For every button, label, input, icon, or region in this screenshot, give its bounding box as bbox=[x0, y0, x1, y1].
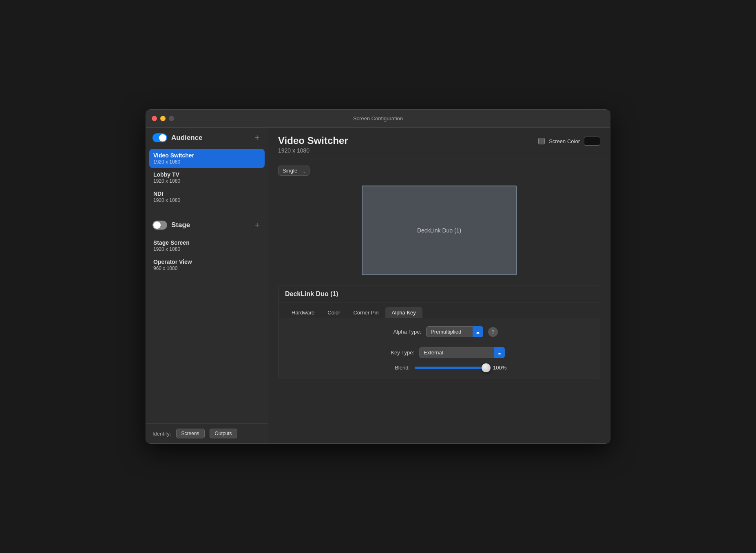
stage-header: Stage + bbox=[153, 221, 261, 230]
blend-slider[interactable] bbox=[415, 367, 488, 369]
sidebar-item-res: 1920 x 1080 bbox=[153, 197, 261, 203]
outputs-button[interactable]: Outputs bbox=[210, 429, 237, 438]
sidebar-bottom: Identify: Screens Outputs bbox=[146, 423, 268, 443]
main-title-group: Video Switcher 1920 x 1080 bbox=[278, 135, 348, 154]
main-content: Video Switcher 1920 x 1080 Screen Color … bbox=[268, 128, 610, 443]
close-button[interactable] bbox=[152, 116, 157, 121]
sidebar-item-name: Video Switcher bbox=[153, 152, 261, 159]
screen-color-checkbox[interactable] bbox=[538, 138, 545, 144]
key-type-select-container: External Internal bbox=[419, 347, 505, 358]
layout-select[interactable]: Single Dual Triple bbox=[278, 166, 309, 176]
blend-row: Blend: 100% bbox=[288, 365, 590, 371]
minimize-button[interactable] bbox=[160, 116, 166, 121]
sidebar-item-name: Operator View bbox=[153, 259, 261, 265]
alpha-type-row: Alpha Type: Premultiplied Straight bbox=[288, 326, 590, 337]
screens-button[interactable]: Screens bbox=[176, 429, 205, 438]
sidebar-item-name: Lobby TV bbox=[153, 171, 261, 178]
tab-alpha-key[interactable]: Alpha Key bbox=[385, 307, 422, 318]
alpha-type-label: Alpha Type: bbox=[380, 329, 421, 335]
sidebar-item-operator-view[interactable]: Operator View 960 x 1080 bbox=[149, 255, 265, 274]
stage-section: Stage + bbox=[146, 215, 268, 236]
page-title: Video Switcher bbox=[278, 135, 348, 146]
key-type-label: Key Type: bbox=[374, 349, 414, 356]
main-header: Video Switcher 1920 x 1080 Screen Color bbox=[268, 128, 610, 159]
audience-toggle[interactable] bbox=[153, 133, 167, 142]
audience-add-button[interactable]: + bbox=[253, 133, 261, 142]
stage-toggle[interactable] bbox=[153, 221, 167, 230]
blend-slider-thumb[interactable] bbox=[482, 363, 491, 372]
sidebar-item-stage-screen[interactable]: Stage Screen 1920 x 1080 bbox=[149, 236, 265, 255]
sidebar-item-res: 960 x 1080 bbox=[153, 265, 261, 271]
tab-hardware[interactable]: Hardware bbox=[285, 307, 321, 318]
blend-label: Blend: bbox=[369, 365, 410, 371]
audience-header: Audience + bbox=[153, 133, 261, 142]
traffic-lights bbox=[152, 116, 174, 121]
sidebar-item-res: 1920 x 1080 bbox=[153, 159, 261, 165]
key-type-row: Key Type: External Internal bbox=[288, 347, 590, 358]
preview-label: DeckLink Duo (1) bbox=[417, 227, 461, 234]
screen-color-label: Screen Color bbox=[549, 138, 580, 144]
tab-corner-pin[interactable]: Corner Pin bbox=[347, 307, 385, 318]
sidebar-divider bbox=[146, 213, 268, 213]
sidebar: Audience + Video Switcher 1920 x 1080 Lo… bbox=[146, 128, 268, 443]
sidebar-item-name: NDI bbox=[153, 190, 261, 197]
audience-list: Video Switcher 1920 x 1080 Lobby TV 1920… bbox=[146, 149, 268, 211]
screen-color-group: Screen Color bbox=[538, 137, 600, 146]
output-panel: DeckLink Duo (1) Hardware Color Corner P… bbox=[278, 285, 600, 379]
window-title: Screen Configuration bbox=[353, 115, 403, 122]
stage-title-group: Stage bbox=[153, 221, 190, 230]
output-panel-title: DeckLink Duo (1) bbox=[285, 290, 593, 298]
audience-title-group: Audience bbox=[153, 133, 203, 142]
identify-label: Identify: bbox=[153, 431, 171, 437]
sidebar-spacer bbox=[146, 279, 268, 423]
content-area: Audience + Video Switcher 1920 x 1080 Lo… bbox=[146, 128, 610, 443]
sidebar-item-ndi[interactable]: NDI 1920 x 1080 bbox=[149, 187, 265, 206]
output-panel-header: DeckLink Duo (1) bbox=[279, 285, 600, 303]
preview-screen: DeckLink Duo (1) bbox=[362, 186, 517, 275]
screen-color-swatch[interactable] bbox=[584, 137, 600, 146]
stage-section-label: Stage bbox=[171, 221, 190, 229]
main-body: Single Dual Triple DeckLink Duo (1) bbox=[268, 159, 610, 443]
alpha-key-content: Alpha Type: Premultiplied Straight bbox=[279, 318, 600, 379]
stage-add-button[interactable]: + bbox=[253, 221, 261, 230]
stage-list: Stage Screen 1920 x 1080 Operator View 9… bbox=[146, 236, 268, 279]
blend-value: 100% bbox=[493, 365, 509, 371]
audience-section: Audience + bbox=[146, 128, 268, 149]
main-window: Screen Configuration Audience + Video Sw… bbox=[146, 109, 610, 444]
help-button[interactable]: ? bbox=[488, 327, 498, 337]
layout-select-wrap[interactable]: Single Dual Triple bbox=[278, 166, 309, 176]
sidebar-item-video-switcher[interactable]: Video Switcher 1920 x 1080 bbox=[149, 149, 265, 168]
preview-area: DeckLink Duo (1) bbox=[278, 182, 600, 279]
tab-color[interactable]: Color bbox=[321, 307, 347, 318]
sidebar-item-name: Stage Screen bbox=[153, 239, 261, 246]
alpha-type-select-container: Premultiplied Straight bbox=[426, 326, 483, 337]
key-type-select[interactable]: External Internal bbox=[419, 347, 505, 358]
tab-bar: Hardware Color Corner Pin Alpha Key bbox=[279, 303, 600, 318]
page-resolution: 1920 x 1080 bbox=[278, 147, 348, 154]
layout-select-wrap: Single Dual Triple bbox=[278, 166, 600, 176]
titlebar: Screen Configuration bbox=[146, 110, 610, 128]
sidebar-item-lobby-tv[interactable]: Lobby TV 1920 x 1080 bbox=[149, 168, 265, 187]
maximize-button[interactable] bbox=[169, 116, 174, 121]
alpha-type-select[interactable]: Premultiplied Straight bbox=[426, 326, 483, 337]
audience-section-label: Audience bbox=[171, 134, 203, 142]
sidebar-item-res: 1920 x 1080 bbox=[153, 178, 261, 184]
sidebar-item-res: 1920 x 1080 bbox=[153, 246, 261, 252]
